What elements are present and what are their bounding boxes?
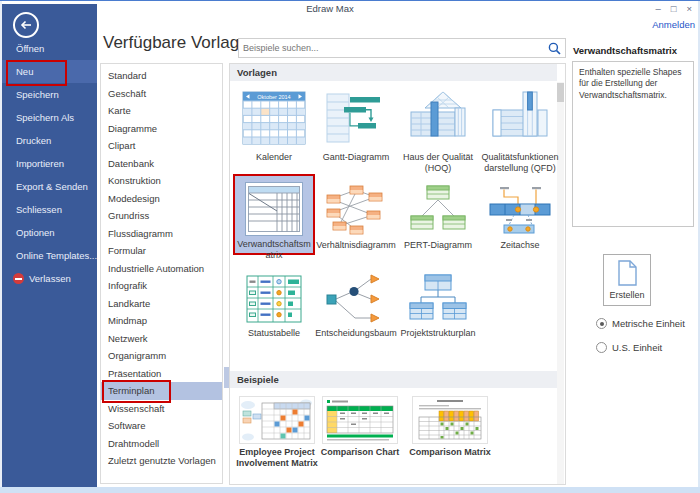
category-mindmap[interactable]: Mindmap <box>101 312 222 330</box>
template-zeitachse[interactable]: Zeitachse <box>479 174 561 255</box>
category-konstruktion[interactable]: Konstruktion <box>101 172 222 190</box>
template-pert-diagramm[interactable]: PERT-Diagramm <box>397 174 479 255</box>
entscheidungsbaum-icon <box>325 272 387 326</box>
window-title: Edraw Max <box>306 3 354 14</box>
category-geschaeft[interactable]: Geschäft <box>101 85 222 103</box>
category-datenbank[interactable]: Datenbank <box>101 155 222 173</box>
sidebar-item-speichern[interactable]: Speichern <box>2 83 97 106</box>
zeitachse-icon <box>488 184 552 238</box>
category-flussdiagramm[interactable]: Flussdiagramm <box>101 225 222 243</box>
signin-link[interactable]: Anmelden <box>652 19 695 30</box>
category-clipart[interactable]: Clipart <box>101 137 222 155</box>
sidebar-item-drucken[interactable]: Drucken <box>2 129 97 152</box>
category-standard[interactable]: Standard <box>101 67 222 85</box>
gantt-diagramm-icon <box>326 91 386 145</box>
example-comparison-matrix[interactable]: Comparison Matrix <box>406 396 494 458</box>
titlebar: Edraw Max <box>0 1 660 17</box>
template-entscheidungsbaum[interactable]: Entscheidungsbaum <box>315 262 397 339</box>
verwandtschaftsmatrix-icon <box>248 186 300 232</box>
qfd-icon <box>491 90 549 146</box>
sidebar-item-export-senden[interactable]: Export & Senden <box>2 175 97 198</box>
template-verhaeltnisdiagramm[interactable]: Verhältnisdiagramm <box>315 174 397 255</box>
radio-button-metric[interactable] <box>596 318 607 329</box>
category-diagramme[interactable]: Diagramme <box>101 120 222 138</box>
category-organigramm[interactable]: Organigramm <box>101 347 222 365</box>
category-wissenschaft[interactable]: Wissenschaft <box>101 400 222 418</box>
close-button[interactable]: × <box>686 2 692 16</box>
template-statustabelle[interactable]: Statustabelle <box>233 262 315 339</box>
example-employee-project-involvement-matrix[interactable]: Employee Project Involvement Matrix <box>233 396 321 470</box>
template-verwandtschaftsmatrix-selected[interactable]: Verwandtschaftsmatrix <box>233 174 315 255</box>
sidebar-item-importieren[interactable]: Importieren <box>2 152 97 175</box>
edraw-backstage-window: Edraw Max – □ × Anmelden Öffnen Neu Spei… <box>0 0 700 493</box>
template-description: Enthalten spezielle Shapes für die Erste… <box>579 67 682 100</box>
template-detail-title: Verwandtschaftsmatrix <box>573 45 677 56</box>
category-drahtmodell[interactable]: Drahtmodell <box>101 435 222 453</box>
back-arrow-icon <box>19 18 33 32</box>
radio-label: U.S. Einheit <box>612 342 662 353</box>
template-description-box: Enthalten spezielle Shapes für die Erste… <box>572 61 694 227</box>
template-haus-der-qualitaet[interactable]: Haus der Qualität (HOQ) <box>397 86 479 175</box>
window-border-bottom <box>0 487 700 493</box>
back-button[interactable] <box>13 12 39 38</box>
template-row: Oktober 2014 <box>233 86 561 175</box>
verhaeltnisdiagramm-icon <box>325 184 387 238</box>
templates-panel: Vorlagen Oktober 2014 <box>229 63 566 485</box>
unit-option-us[interactable]: U.S. Einheit <box>596 342 662 353</box>
svg-text:Oktober 2014: Oktober 2014 <box>257 94 290 100</box>
comparison-chart-thumbnail <box>323 397 397 443</box>
sidebar: Öffnen Neu Speichern Speichern Als Druck… <box>2 4 97 487</box>
comparison-matrix-thumbnail <box>413 397 487 443</box>
category-terminplan[interactable]: Terminplan <box>101 382 222 400</box>
sidebar-item-optionen[interactable]: Optionen <box>2 221 97 244</box>
category-zuletzt-genutzte[interactable]: Zuletzt genutzte Vorlagen <box>101 452 222 470</box>
sidebar-item-label: Verlassen <box>29 267 71 290</box>
category-modedesign[interactable]: Modedesign <box>101 190 222 208</box>
template-projektstrukturplan[interactable]: Projektstrukturplan <box>397 262 479 339</box>
category-infografik[interactable]: Infografik <box>101 277 222 295</box>
category-karte[interactable]: Karte <box>101 102 222 120</box>
new-document-icon <box>616 260 638 286</box>
category-praesentation[interactable]: Präsentation <box>101 365 222 383</box>
search-icon[interactable] <box>548 42 561 55</box>
sidebar-item-online-templates[interactable]: Online Templates... <box>2 244 97 267</box>
template-kalender[interactable]: Oktober 2014 <box>233 86 315 175</box>
sidebar-item-speichern-als[interactable]: Speichern Als <box>2 106 97 129</box>
templates-section-header: Vorlagen <box>230 64 557 81</box>
category-landkarte[interactable]: Landkarte <box>101 295 222 313</box>
search-box <box>238 38 566 58</box>
hoq-icon <box>409 90 467 146</box>
category-grundriss[interactable]: Grundriss <box>101 207 222 225</box>
employee-matrix-thumbnail <box>240 397 314 443</box>
category-panel: Standard Geschäft Karte Diagramme Clipar… <box>100 63 223 484</box>
example-comparison-chart[interactable]: Comparison Chart <box>316 396 404 458</box>
template-row: Statustabelle <box>233 262 561 339</box>
sidebar-menu: Öffnen Neu Speichern Speichern Als Druck… <box>2 37 97 290</box>
sidebar-item-schliessen[interactable]: Schliessen <box>2 198 97 221</box>
radio-label: Metrische Einheit <box>612 318 685 329</box>
category-industrielle-automation[interactable]: Industrielle Automation <box>101 260 222 278</box>
sidebar-item-verlassen[interactable]: Verlassen <box>2 267 97 290</box>
examples-section-header: Beispiele <box>230 371 557 388</box>
create-button[interactable]: Erstellen <box>603 254 651 306</box>
sidebar-item-oeffnen[interactable]: Öffnen <box>2 37 97 60</box>
template-qfd[interactable]: Qualitätsfunktionendarstellung (QFD) <box>479 86 561 175</box>
statustabelle-icon <box>245 272 303 326</box>
unit-option-metric[interactable]: Metrische Einheit <box>596 318 685 329</box>
category-formular[interactable]: Formular <box>101 242 222 260</box>
template-row: Verwandtschaftsmatrix <box>233 174 561 255</box>
create-button-label: Erstellen <box>604 290 650 300</box>
search-input[interactable] <box>239 43 548 53</box>
category-netzwerk[interactable]: Netzwerk <box>101 330 222 348</box>
kalender-icon: Oktober 2014 <box>242 91 306 145</box>
projektstrukturplan-icon <box>409 272 467 326</box>
category-software[interactable]: Software <box>101 417 222 435</box>
template-gantt-diagramm[interactable]: Gantt-Diagramm <box>315 86 397 175</box>
maximize-button[interactable]: □ <box>671 2 677 16</box>
window-controls: – □ × <box>655 1 692 16</box>
radio-button-us[interactable] <box>596 342 607 353</box>
sidebar-item-neu[interactable]: Neu <box>2 60 97 83</box>
pert-diagramm-icon <box>407 184 469 238</box>
minimize-button[interactable]: – <box>655 2 660 16</box>
page-title: Verfügbare Vorlagen <box>103 33 258 53</box>
